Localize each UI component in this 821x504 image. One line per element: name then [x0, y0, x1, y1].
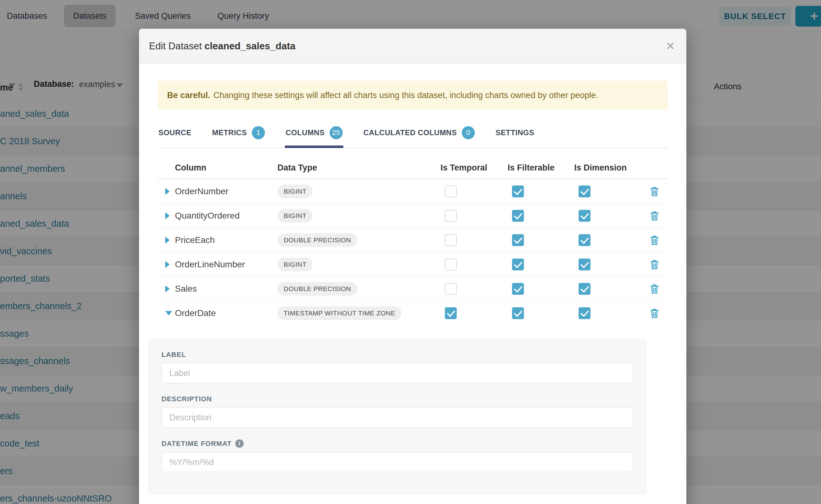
is-temporal-checkbox[interactable]	[445, 234, 457, 246]
modal-header: Edit Dataset cleaned_sales_data ✕	[139, 29, 686, 64]
warning-banner: Be careful. Changing these settings will…	[158, 81, 668, 110]
tab-label: SOURCE	[158, 128, 191, 137]
columns-table-header: Column Data Type Is Temporal Is Filterab…	[158, 157, 668, 179]
is-filterable-checkbox[interactable]	[512, 283, 524, 295]
expand-caret-icon[interactable]	[165, 188, 170, 195]
is-filterable-checkbox[interactable]	[512, 259, 524, 270]
is-filterable-checkbox[interactable]	[512, 210, 524, 222]
tab-columns[interactable]: COLUMNS 25	[285, 123, 343, 148]
delete-column-icon[interactable]	[650, 235, 660, 245]
delete-column-icon[interactable]	[650, 186, 660, 197]
column-name: OrderLineNumber	[175, 259, 277, 269]
header-is-filterable: Is Filterable	[508, 163, 574, 173]
delete-column-icon[interactable]	[650, 284, 660, 294]
modal-title: Edit Dataset cleaned_sales_data	[149, 41, 295, 52]
is-temporal-checkbox[interactable]	[445, 210, 457, 222]
delete-column-icon[interactable]	[650, 259, 660, 270]
expand-caret-icon[interactable]	[165, 237, 170, 244]
description-input[interactable]	[161, 408, 633, 427]
expand-caret-icon[interactable]	[165, 261, 170, 268]
delete-column-icon[interactable]	[650, 210, 660, 221]
column-row: OrderNumber BIGINT	[158, 179, 668, 204]
warning-text: Changing these settings will affect all …	[213, 91, 598, 100]
tab-settings[interactable]: SETTINGS	[495, 123, 535, 148]
column-name: OrderDate	[175, 308, 277, 318]
data-type-pill: BIGINT	[277, 185, 313, 198]
data-type-pill: DOUBLE PRECISION	[277, 282, 357, 296]
columns-count-badge: 25	[329, 126, 343, 139]
data-type-pill: BIGINT	[277, 258, 313, 271]
description-field-label: DESCRIPTION	[161, 395, 633, 403]
label-text: DATETIME FORMAT	[161, 440, 231, 448]
edit-dataset-modal: Edit Dataset cleaned_sales_data ✕ Be car…	[139, 29, 686, 504]
is-temporal-checkbox[interactable]	[445, 283, 457, 295]
column-name: QuantityOrdered	[175, 211, 277, 221]
description-field-group: DESCRIPTION	[161, 395, 633, 427]
delete-column-icon[interactable]	[650, 308, 660, 319]
tab-source[interactable]: SOURCE	[158, 123, 192, 148]
column-row: QuantityOrdered BIGINT	[158, 204, 668, 228]
label-input[interactable]	[161, 363, 633, 383]
column-row: Sales DOUBLE PRECISION	[158, 277, 668, 301]
header-data-type: Data Type	[277, 163, 441, 173]
modal-title-prefix: Edit Dataset	[149, 41, 202, 52]
label-field-label: LABEL	[161, 351, 633, 359]
info-icon[interactable]: i	[235, 439, 244, 448]
tab-calculated-columns[interactable]: CALCULATED COLUMNS 0	[363, 123, 476, 148]
data-type-pill: DOUBLE PRECISION	[277, 233, 357, 247]
is-filterable-checkbox[interactable]	[512, 234, 524, 246]
is-filterable-checkbox[interactable]	[512, 307, 524, 319]
datetime-format-input[interactable]	[161, 452, 633, 472]
datetime-format-field-group: DATETIME FORMAT i	[161, 439, 633, 472]
tab-label: SETTINGS	[496, 128, 534, 137]
datetime-format-field-label: DATETIME FORMAT i	[161, 439, 633, 448]
is-filterable-checkbox[interactable]	[512, 185, 524, 197]
label-text: LABEL	[161, 351, 186, 359]
column-name: PriceEach	[175, 235, 277, 245]
is-dimension-checkbox[interactable]	[579, 307, 591, 319]
modal-title-dataset-name: cleaned_sales_data	[205, 41, 295, 52]
label-field-group: LABEL	[161, 351, 633, 383]
column-row: OrderLineNumber BIGINT	[158, 252, 668, 277]
column-row: PriceEach DOUBLE PRECISION	[158, 228, 668, 252]
expand-caret-icon[interactable]	[165, 285, 170, 292]
is-temporal-checkbox[interactable]	[445, 259, 457, 270]
modal-body: Be careful. Changing these settings will…	[139, 81, 686, 494]
is-dimension-checkbox[interactable]	[579, 185, 591, 197]
modal-tabs: SOURCE METRICS 1 COLUMNS 25 CALCULATED C…	[158, 123, 668, 148]
warning-bold-text: Be careful.	[167, 91, 210, 100]
header-is-dimension: Is Dimension	[574, 163, 641, 173]
data-type-pill: BIGINT	[277, 209, 313, 223]
tab-label: CALCULATED COLUMNS	[363, 128, 457, 137]
is-dimension-checkbox[interactable]	[579, 259, 591, 270]
expand-caret-icon[interactable]	[165, 311, 172, 315]
header-column: Column	[175, 163, 277, 173]
is-dimension-checkbox[interactable]	[579, 210, 591, 222]
column-detail-panel: LABEL DESCRIPTION DATETIME FORMAT i	[149, 339, 646, 494]
data-type-pill: TIMESTAMP WITHOUT TIME ZONE	[277, 306, 401, 320]
expand-caret-icon[interactable]	[165, 212, 170, 219]
columns-table-body: OrderNumber BIGINT QuantityOrdered BIGIN…	[158, 179, 668, 325]
column-name: OrderNumber	[175, 186, 277, 196]
is-temporal-checkbox[interactable]	[445, 307, 457, 319]
is-dimension-checkbox[interactable]	[579, 234, 591, 246]
tab-label: COLUMNS	[285, 128, 324, 137]
calculated-columns-count-badge: 0	[462, 126, 475, 139]
tab-label: METRICS	[212, 128, 247, 137]
header-is-temporal: Is Temporal	[441, 163, 508, 173]
column-name: Sales	[175, 284, 277, 294]
metrics-count-badge: 1	[252, 126, 265, 139]
column-row: OrderDate TIMESTAMP WITHOUT TIME ZONE	[158, 301, 668, 325]
is-temporal-checkbox[interactable]	[445, 185, 457, 197]
tab-metrics[interactable]: METRICS 1	[211, 123, 266, 148]
is-dimension-checkbox[interactable]	[579, 283, 591, 295]
close-icon[interactable]: ✕	[666, 41, 675, 52]
label-text: DESCRIPTION	[161, 395, 212, 403]
